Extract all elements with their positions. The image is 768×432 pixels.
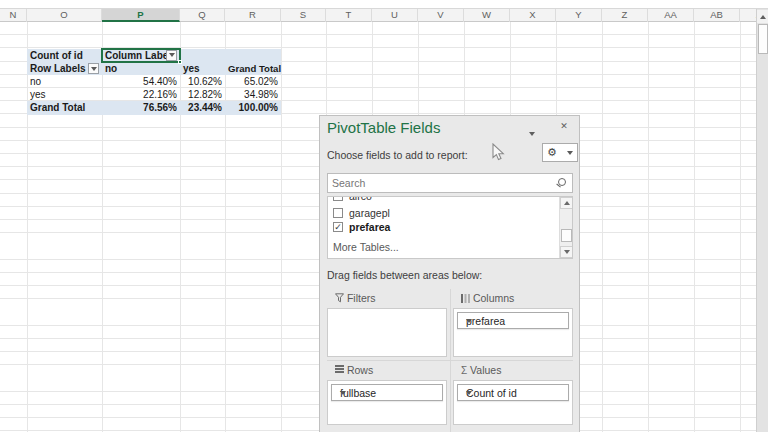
columns-icon bbox=[461, 294, 470, 303]
more-tables-link[interactable]: More Tables... bbox=[333, 241, 399, 253]
pivot-value[interactable]: 23.44% bbox=[180, 101, 225, 114]
pivot-colheader-grand-total[interactable]: Grand Total bbox=[225, 62, 281, 75]
columns-area-header: Columns bbox=[461, 292, 514, 304]
column-header-y[interactable]: Y bbox=[556, 9, 602, 22]
pivot-value[interactable]: 54.40% bbox=[102, 75, 180, 88]
pivot-value[interactable]: 34.98% bbox=[225, 88, 281, 101]
field-row-airco[interactable]: airco bbox=[328, 196, 553, 204]
pivot-rowlabel-yes[interactable]: yes bbox=[27, 88, 102, 101]
tools-gear-button[interactable]: ⚙ bbox=[542, 143, 578, 162]
chevron-down-icon bbox=[567, 151, 573, 155]
pivot-value[interactable]: 65.02% bbox=[225, 75, 281, 88]
scroll-thumb[interactable] bbox=[561, 229, 572, 242]
pivottable-fields-pane: PivotTable Fields ✕ Choose fields to add… bbox=[319, 115, 580, 432]
search-input[interactable] bbox=[332, 175, 547, 191]
column-header-z[interactable]: Z bbox=[602, 9, 648, 22]
search-box[interactable] bbox=[327, 173, 573, 193]
values-area-header: Σ Values bbox=[461, 364, 501, 376]
column-header-row: N O P Q R S T U V W X Y Z AA AB AC bbox=[0, 9, 768, 22]
formula-bar-edge bbox=[0, 0, 768, 9]
rows-field-chip-fullbase[interactable]: fullbase bbox=[331, 384, 443, 401]
drag-fields-label: Drag fields between areas below: bbox=[327, 269, 482, 281]
field-list[interactable]: airco garagepl ✓ prefarea More Tables... bbox=[327, 196, 573, 259]
checkbox-airco[interactable] bbox=[333, 196, 343, 201]
pivot-rowlabel-grand-total[interactable]: Grand Total bbox=[27, 101, 102, 114]
checkbox-garagepl[interactable] bbox=[333, 208, 343, 218]
column-header-n[interactable]: N bbox=[0, 9, 27, 22]
worksheet-vertical-scrollbar[interactable] bbox=[756, 9, 768, 432]
pivot-value[interactable]: 100.00% bbox=[225, 101, 281, 114]
gridline bbox=[281, 22, 282, 432]
areas-horizontal-divider bbox=[327, 360, 573, 361]
column-header-x[interactable]: X bbox=[510, 9, 556, 22]
column-header-r[interactable]: R bbox=[225, 9, 281, 22]
field-label: garagepl bbox=[349, 207, 390, 220]
filters-drop-area[interactable] bbox=[327, 308, 447, 357]
scroll-down-icon[interactable] bbox=[560, 246, 573, 258]
field-row-garagepl[interactable]: garagepl bbox=[328, 207, 553, 221]
chevron-down-icon bbox=[466, 391, 472, 395]
column-header-aa[interactable]: AA bbox=[648, 9, 694, 22]
column-header-w[interactable]: W bbox=[464, 9, 510, 22]
chevron-down-icon bbox=[340, 391, 346, 395]
pane-title: PivotTable Fields bbox=[327, 119, 440, 136]
values-field-chip-count-of-id[interactable]: Count of id bbox=[457, 384, 569, 401]
column-header-u[interactable]: U bbox=[372, 9, 418, 22]
column-header-o[interactable]: O bbox=[27, 9, 102, 22]
pivot-value[interactable]: 12.82% bbox=[180, 88, 225, 101]
gridline bbox=[740, 22, 741, 432]
column-header-t[interactable]: T bbox=[326, 9, 372, 22]
field-label: airco bbox=[349, 196, 372, 203]
pivot-colheader-no[interactable]: no bbox=[102, 62, 180, 75]
columns-field-chip-prefarea[interactable]: prefarea bbox=[457, 312, 569, 329]
scroll-thumb[interactable] bbox=[758, 24, 768, 54]
search-icon bbox=[558, 178, 566, 186]
scroll-up-icon[interactable] bbox=[560, 197, 573, 209]
column-header-q[interactable]: Q bbox=[180, 9, 225, 22]
pivot-value[interactable]: 76.56% bbox=[102, 101, 180, 114]
excel-window: N O P Q R S T U V W X Y Z AA AB AC Count… bbox=[0, 0, 768, 432]
chevron-down-icon bbox=[466, 319, 472, 323]
field-list-scrollbar[interactable] bbox=[559, 197, 572, 258]
pivot-value[interactable]: 22.16% bbox=[102, 88, 180, 101]
column-header-s[interactable]: S bbox=[281, 9, 326, 22]
rows-area-header: Rows bbox=[335, 364, 373, 376]
choose-fields-label: Choose fields to add to report: bbox=[327, 149, 468, 161]
pivot-cell-count-of-id[interactable]: Count of id bbox=[27, 49, 102, 62]
row-labels-dropdown-button[interactable] bbox=[88, 63, 99, 74]
gridline bbox=[694, 22, 695, 432]
filter-funnel-icon bbox=[335, 293, 344, 303]
pivot-colheader-yes[interactable]: yes bbox=[180, 62, 225, 75]
column-header-ab[interactable]: AB bbox=[694, 9, 740, 22]
checkbox-prefarea-checked[interactable]: ✓ bbox=[333, 222, 343, 232]
filters-area-header: Filters bbox=[335, 292, 376, 304]
gear-icon: ⚙ bbox=[547, 147, 557, 158]
column-labels-dropdown-button[interactable] bbox=[166, 50, 177, 61]
rows-icon bbox=[335, 365, 344, 374]
sigma-icon: Σ bbox=[461, 365, 467, 376]
field-label: prefarea bbox=[349, 221, 390, 234]
gridline bbox=[648, 22, 649, 432]
scroll-up-icon[interactable] bbox=[757, 10, 768, 23]
column-header-p-selected[interactable]: P bbox=[102, 9, 180, 22]
column-header-v[interactable]: V bbox=[418, 9, 464, 22]
pivot-value[interactable]: 10.62% bbox=[180, 75, 225, 88]
pane-close-icon[interactable]: ✕ bbox=[556, 121, 572, 137]
field-row-prefarea[interactable]: ✓ prefarea bbox=[328, 221, 553, 235]
pivot-rowlabel-no[interactable]: no bbox=[27, 75, 102, 88]
pane-options-chevron-icon[interactable] bbox=[524, 122, 540, 138]
gridline bbox=[602, 22, 603, 432]
